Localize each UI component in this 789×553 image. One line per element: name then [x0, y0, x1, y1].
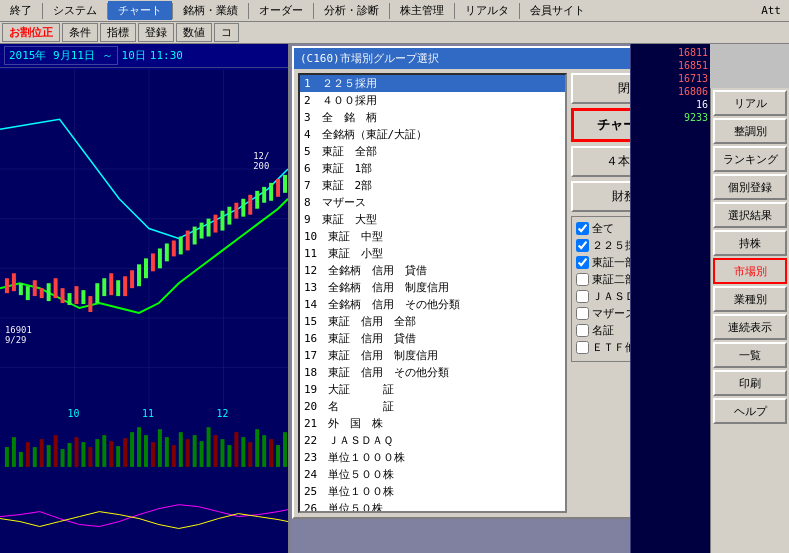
list-item[interactable]: 10 東証 中型: [300, 228, 565, 245]
chart-canvas: 16901 9/29 12/ 200 10 11 12: [0, 68, 288, 553]
svg-rect-72: [158, 429, 162, 467]
menu-end[interactable]: 終了: [0, 1, 42, 20]
far-right-btn-1[interactable]: 整調別: [713, 118, 787, 144]
svg-text:10: 10: [68, 408, 80, 419]
list-item[interactable]: 16 東証 信用 貸借: [300, 330, 565, 347]
list-item[interactable]: 12 全銘柄 信用 貸借: [300, 262, 565, 279]
menu-order[interactable]: オーダー: [249, 1, 313, 20]
far-right-btn-11[interactable]: ヘルプ: [713, 398, 787, 424]
checkbox-1[interactable]: [576, 239, 589, 252]
svg-rect-77: [193, 435, 197, 467]
menu-chart[interactable]: チャート: [108, 1, 172, 20]
checkbox-6[interactable]: [576, 324, 589, 337]
checkbox-3[interactable]: [576, 273, 589, 286]
chart-date-bar: 2015年 9月11日 ～ 10日 11:30: [0, 44, 288, 68]
far-right-btn-2[interactable]: ランキング: [713, 146, 787, 172]
toolbar-btn-correction[interactable]: お割位正: [2, 23, 60, 42]
far-right-panel: リアル整調別ランキング個別登録選択結果持株市場別業種別連続表示一覧印刷ヘルプ: [709, 88, 789, 553]
svg-text:9/29: 9/29: [5, 335, 27, 345]
svg-rect-56: [47, 445, 51, 467]
toolbar-btn-condition[interactable]: 条件: [62, 23, 98, 42]
market-group-list[interactable]: 1 ２２５採用2 ４００採用3 全 銘 柄4 全銘柄（東証/大証）5 東証 全部…: [298, 73, 567, 513]
svg-rect-70: [144, 435, 148, 467]
svg-rect-45: [255, 191, 259, 209]
checkbox-7[interactable]: [576, 341, 589, 354]
svg-rect-22: [95, 283, 99, 303]
svg-rect-26: [123, 276, 127, 296]
list-item[interactable]: 18 東証 信用 その他分類: [300, 364, 565, 381]
far-right-btn-9[interactable]: 一覧: [713, 342, 787, 368]
list-item[interactable]: 17 東証 信用 制度信用: [300, 347, 565, 364]
menu-analysis[interactable]: 分析・診断: [314, 1, 389, 20]
list-item[interactable]: 22 ＪＡＳＤＡＱ: [300, 432, 565, 449]
menu-shareholder[interactable]: 株主管理: [390, 1, 454, 20]
svg-rect-74: [172, 445, 176, 467]
svg-rect-46: [262, 187, 266, 203]
far-right-btn-10[interactable]: 印刷: [713, 370, 787, 396]
list-item[interactable]: 24 単位５００株: [300, 466, 565, 483]
list-item[interactable]: 15 東証 信用 全部: [300, 313, 565, 330]
list-item[interactable]: 14 全銘柄 信用 その他分類: [300, 296, 565, 313]
list-item[interactable]: 19 大証 証: [300, 381, 565, 398]
svg-rect-90: [283, 432, 287, 467]
chart-svg: 16901 9/29 12/ 200 10 11 12: [0, 68, 288, 553]
checkbox-4[interactable]: [576, 290, 589, 303]
list-item[interactable]: 26 単位５０株: [300, 500, 565, 513]
far-right-btn-7[interactable]: 業種別: [713, 286, 787, 312]
svg-text:11: 11: [142, 408, 154, 419]
checkbox-label-6: 名証: [592, 323, 614, 338]
svg-rect-17: [61, 288, 65, 303]
list-item[interactable]: 7 東証 2部: [300, 177, 565, 194]
svg-rect-65: [109, 441, 113, 467]
list-item[interactable]: 9 東証 大型: [300, 211, 565, 228]
far-right-btn-4[interactable]: 選択結果: [713, 202, 787, 228]
checkbox-2[interactable]: [576, 256, 589, 269]
toolbar-btn-co[interactable]: コ: [214, 23, 239, 42]
list-item[interactable]: 20 名 証: [300, 398, 565, 415]
far-right-btn-5[interactable]: 持株: [713, 230, 787, 256]
far-right-btn-3[interactable]: 個別登録: [713, 174, 787, 200]
far-right-btn-6[interactable]: 市場別: [713, 258, 787, 284]
menu-system[interactable]: システム: [43, 1, 107, 20]
list-item[interactable]: 4 全銘柄（東証/大証）: [300, 126, 565, 143]
list-item[interactable]: 6 東証 1部: [300, 160, 565, 177]
svg-rect-63: [95, 439, 99, 467]
svg-rect-50: [5, 447, 9, 467]
list-item[interactable]: 5 東証 全部: [300, 143, 565, 160]
svg-rect-38: [207, 219, 211, 237]
list-item[interactable]: 13 全銘柄 信用 制度信用: [300, 279, 565, 296]
list-item[interactable]: 1 ２２５採用: [300, 75, 565, 92]
list-item[interactable]: 21 外 国 株: [300, 415, 565, 432]
menu-realtime[interactable]: リアルタ: [455, 1, 519, 20]
toolbar-btn-values[interactable]: 数値: [176, 23, 212, 42]
svg-rect-33: [172, 240, 176, 256]
far-right-btn-8[interactable]: 連続表示: [713, 314, 787, 340]
checkbox-5[interactable]: [576, 307, 589, 320]
list-item[interactable]: 3 全 銘 柄: [300, 109, 565, 126]
svg-rect-79: [207, 427, 211, 467]
list-item[interactable]: 2 ４００採用: [300, 92, 565, 109]
svg-rect-9: [5, 278, 9, 293]
toolbar-btn-register[interactable]: 登録: [138, 23, 174, 42]
svg-rect-30: [151, 253, 155, 271]
svg-text:200: 200: [253, 161, 269, 171]
stock-row-5: 9233: [633, 111, 708, 124]
toolbar-btn-indicator[interactable]: 指標: [100, 23, 136, 42]
svg-rect-44: [248, 195, 252, 215]
list-item[interactable]: 25 単位１００株: [300, 483, 565, 500]
checkbox-0[interactable]: [576, 222, 589, 235]
svg-rect-34: [179, 237, 183, 255]
svg-rect-18: [68, 293, 72, 305]
svg-rect-27: [130, 270, 134, 288]
list-item[interactable]: 23 単位１０００株: [300, 449, 565, 466]
stock-row-2: 16713: [633, 72, 708, 85]
menu-stock[interactable]: 銘柄・業績: [173, 1, 248, 20]
svg-rect-47: [269, 183, 273, 201]
far-right-btn-0[interactable]: リアル: [713, 90, 787, 116]
svg-rect-86: [255, 429, 259, 467]
chart-date-range[interactable]: 2015年 9月11日 ～: [4, 46, 118, 65]
list-item[interactable]: 8 マザース: [300, 194, 565, 211]
list-item[interactable]: 11 東証 小型: [300, 245, 565, 262]
svg-rect-11: [19, 283, 23, 295]
menu-member[interactable]: 会員サイト: [520, 1, 595, 20]
